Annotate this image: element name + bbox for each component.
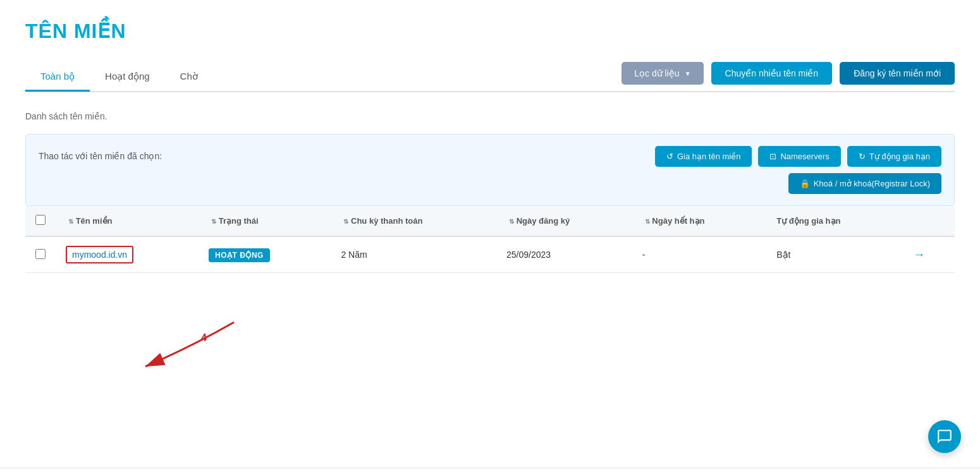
row-billing-cell: 2 Năm: [331, 236, 496, 273]
lock-icon: 🔒: [800, 179, 810, 188]
col-auto-renew: Tự động gia hạn: [766, 206, 903, 236]
sort-icon: ⇅: [645, 218, 650, 225]
sort-icon: ⇅: [343, 218, 348, 225]
domain-table: ⇅ Tên miền ⇅ Trạng thái ⇅ Chu kỳ thanh t…: [25, 206, 955, 273]
row-checkbox[interactable]: [35, 249, 46, 259]
chat-icon: [936, 428, 953, 445]
tab-all[interactable]: Toàn bộ: [25, 63, 90, 92]
col-exp-date: ⇅ Ngày hết hạn: [632, 206, 767, 236]
sort-icon: ⇅: [68, 218, 73, 225]
register-button[interactable]: Đăng ký tên miền mới: [840, 62, 955, 85]
page-footer: © 2024 BKNS., JSC Trang chủ Đăng ký dịch…: [0, 468, 980, 472]
chat-bubble[interactable]: [928, 420, 961, 453]
refresh-icon: ↺: [666, 152, 673, 161]
list-label: Danh sách tên miền.: [25, 111, 955, 121]
tabs-row: Toàn bộ Hoạt động Chờ Lọc dữ liệu ▼ Chuy…: [25, 62, 955, 92]
annotation-number: 4: [201, 332, 207, 344]
table-row: mymood.id.vn HOẠT ĐỘNG 2 Năm 25/09/2023 …: [25, 236, 955, 273]
col-status: ⇅ Trạng thái: [199, 206, 331, 236]
lock-button[interactable]: 🔒 Khoá / mở khoá(Registrar Lock): [788, 173, 941, 194]
col-checkbox: [25, 206, 56, 236]
select-all-checkbox[interactable]: [35, 215, 46, 225]
nameservers-button[interactable]: ⊡ Nameservers: [758, 146, 840, 167]
col-reg-date: ⇅ Ngày đăng ký: [496, 206, 632, 236]
sort-icon: ⇅: [509, 218, 514, 225]
row-arrow-icon[interactable]: →: [914, 248, 925, 261]
transfer-button[interactable]: Chuyển nhiều tên miền: [711, 62, 833, 85]
col-action: [903, 206, 955, 236]
tab-pending[interactable]: Chờ: [165, 63, 213, 92]
row-checkbox-cell: [25, 236, 56, 273]
tabs-left: Toàn bộ Hoạt động Chờ: [25, 63, 622, 90]
action-bar-description: Thao tác với tên miền đã chọn:: [39, 146, 162, 161]
col-domain: ⇅ Tên miền: [56, 206, 199, 236]
tab-active[interactable]: Hoạt động: [90, 63, 165, 92]
row-status-cell: HOẠT ĐỘNG: [199, 236, 331, 273]
renew-button[interactable]: ↺ Gia hạn tên miền: [655, 146, 752, 167]
filter-button[interactable]: Lọc dữ liệu ▼: [622, 62, 703, 85]
row-auto-renew-cell: Bật: [766, 236, 903, 273]
tabs-right: Lọc dữ liệu ▼ Chuyển nhiều tên miền Đăng…: [622, 62, 955, 91]
domain-link[interactable]: mymood.id.vn: [66, 246, 133, 263]
row-action-cell: →: [903, 236, 955, 273]
action-bar-buttons: ↺ Gia hạn tên miền ⊡ Nameservers ↻ Tự độ…: [655, 146, 941, 194]
status-badge: HOẠT ĐỘNG: [209, 248, 270, 262]
col-billing: ⇅ Chu kỳ thanh toán: [331, 206, 496, 236]
row-reg-date-cell: 25/09/2023: [496, 236, 632, 273]
row-exp-date-cell: -: [632, 236, 767, 273]
action-btn-row1: ↺ Gia hạn tên miền ⊡ Nameservers ↻ Tự độ…: [655, 146, 941, 167]
action-bar: Thao tác với tên miền đã chọn: ↺ Gia hạn…: [25, 134, 955, 206]
sort-icon: ⇅: [211, 218, 216, 225]
server-icon: ⊡: [769, 152, 776, 161]
chevron-down-icon: ▼: [685, 70, 691, 77]
action-btn-row2: 🔒 Khoá / mở khoá(Registrar Lock): [788, 173, 941, 194]
cycle-icon: ↻: [859, 152, 866, 161]
page-title: TÊN MIỀN: [25, 19, 955, 43]
row-domain-cell: mymood.id.vn: [56, 236, 199, 273]
auto-renew-button[interactable]: ↻ Tự động gia hạn: [847, 146, 941, 167]
